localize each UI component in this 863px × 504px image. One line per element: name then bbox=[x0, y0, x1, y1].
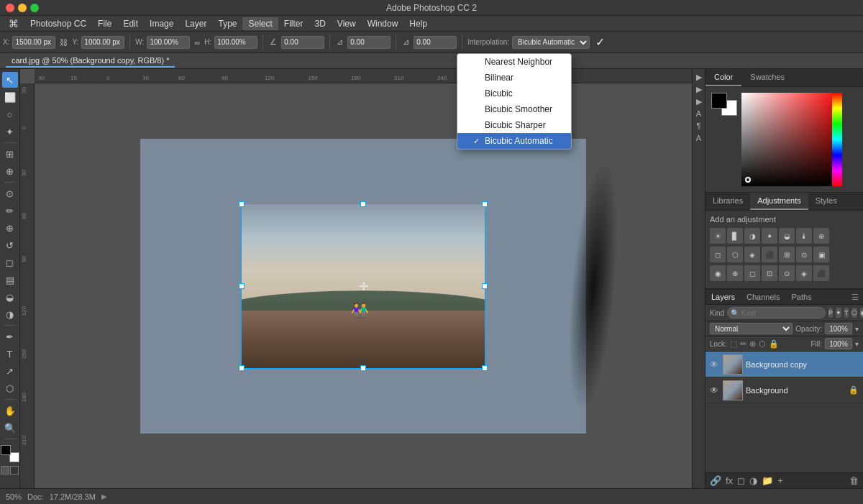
layers-search-input[interactable] bbox=[727, 307, 826, 319]
menu-filter[interactable]: Filter bbox=[278, 17, 309, 30]
menu-layer[interactable]: Layer bbox=[179, 17, 212, 30]
shape-tool[interactable]: ⬡ bbox=[2, 380, 18, 396]
new-layer-btn[interactable]: + bbox=[777, 475, 783, 486]
document-tab[interactable]: card.jpg @ 50% (Background copy, RGB/8) … bbox=[6, 55, 175, 68]
bg-color-swatch[interactable] bbox=[9, 452, 19, 462]
status-arrow[interactable]: ▶ bbox=[101, 492, 107, 500]
spot-heal-tool[interactable]: ⊙ bbox=[2, 185, 18, 201]
tab-libraries[interactable]: Libraries bbox=[706, 193, 750, 210]
fill-dropdown-icon[interactable]: ▾ bbox=[855, 340, 859, 348]
select-tool[interactable]: ⬜ bbox=[2, 89, 18, 105]
hand-tool[interactable]: ✋ bbox=[2, 403, 18, 418]
minimize-button[interactable] bbox=[18, 4, 27, 12]
dropdown-item-bicubic[interactable]: Bicubic bbox=[457, 86, 571, 101]
link-layers-btn[interactable]: 🔗 bbox=[710, 475, 721, 486]
type-tool[interactable]: T bbox=[2, 346, 18, 362]
menu-view[interactable]: View bbox=[332, 17, 362, 30]
adj-invert-icon[interactable]: ⊞ bbox=[779, 247, 795, 262]
tab-adjustments[interactable]: Adjustments bbox=[750, 193, 808, 210]
dropdown-item-nearest[interactable]: Nearest Neighbor bbox=[457, 54, 571, 70]
adj-hsl-icon[interactable]: 🌡 bbox=[796, 228, 812, 244]
adj-layer-filter[interactable]: ✦ bbox=[836, 308, 841, 318]
delete-layer-btn[interactable]: 🗑 bbox=[849, 475, 859, 486]
zoom-button[interactable] bbox=[30, 4, 39, 12]
type-layer-filter[interactable]: T bbox=[844, 308, 849, 318]
crop-tool[interactable]: ⊞ bbox=[2, 146, 18, 162]
tab-layers[interactable]: Layers bbox=[706, 290, 741, 304]
panel-icon-2[interactable]: ▶ bbox=[694, 84, 704, 94]
adj-threshold-icon[interactable]: ▣ bbox=[813, 247, 829, 262]
path-select-tool[interactable]: ↗ bbox=[2, 363, 18, 379]
adj-frame-icon[interactable]: ◈ bbox=[796, 265, 812, 281]
adj-channel-mixer-icon[interactable]: ◈ bbox=[744, 247, 760, 262]
menu-window[interactable]: Window bbox=[362, 17, 404, 30]
x-input[interactable] bbox=[12, 36, 55, 49]
pixel-layer-filter[interactable]: P bbox=[828, 308, 833, 318]
adj-extra-icon[interactable]: ⬛ bbox=[813, 265, 829, 281]
lock-position-icon[interactable]: ⊕ bbox=[749, 339, 756, 349]
add-mask-btn[interactable]: ◻ bbox=[737, 475, 745, 486]
transform-handle-mr[interactable] bbox=[482, 283, 488, 289]
w-input[interactable] bbox=[147, 36, 190, 49]
layer-visibility-bg-copy[interactable]: 👁 bbox=[710, 359, 720, 370]
quick-select-tool[interactable]: ✦ bbox=[2, 124, 18, 139]
adj-color-lookup-icon[interactable]: ⬛ bbox=[762, 247, 777, 262]
layer-background-copy[interactable]: 👁 Background copy bbox=[706, 352, 863, 377]
smart-layer-filter[interactable]: ◉ bbox=[860, 308, 863, 318]
adj-levels-icon[interactable]: ▊ bbox=[727, 228, 743, 244]
apple-menu[interactable]: ⌘ bbox=[3, 18, 24, 29]
lasso-tool[interactable]: ○ bbox=[2, 106, 18, 122]
panel-icon-6[interactable]: A bbox=[694, 133, 704, 143]
lock-pixels-icon[interactable]: ✏ bbox=[740, 339, 746, 349]
opacity-dropdown-icon[interactable]: ▾ bbox=[855, 325, 859, 333]
adj-posterize-icon[interactable]: ⊙ bbox=[796, 247, 812, 262]
history-brush-tool[interactable]: ↺ bbox=[2, 237, 18, 253]
foreground-color-box[interactable] bbox=[711, 93, 727, 109]
hskew-input[interactable] bbox=[347, 36, 391, 49]
clone-tool[interactable]: ⊕ bbox=[2, 220, 18, 236]
blur-tool[interactable]: ◒ bbox=[2, 289, 18, 305]
lock-all-icon[interactable]: 🔒 bbox=[769, 339, 779, 349]
fg-color-swatch[interactable] bbox=[1, 445, 11, 455]
fill-input[interactable] bbox=[825, 338, 852, 349]
menu-3d[interactable]: 3D bbox=[309, 17, 332, 30]
adj-gradient-fill-icon[interactable]: ⊡ bbox=[762, 265, 777, 281]
transform-handle-tc[interactable] bbox=[360, 201, 366, 207]
dropdown-item-bicubic-smoother[interactable]: Bicubic Smoother bbox=[457, 101, 571, 117]
menu-file[interactable]: File bbox=[92, 17, 117, 30]
dropdown-item-bicubic-sharper[interactable]: Bicubic Sharper bbox=[457, 117, 571, 133]
adj-solid-color-icon[interactable]: ◻ bbox=[744, 265, 760, 281]
transform-handle-tr[interactable] bbox=[482, 201, 488, 207]
add-group-btn[interactable]: 📁 bbox=[762, 475, 773, 486]
panel-icon-4[interactable]: A bbox=[694, 109, 704, 119]
eyedropper-tool[interactable]: ⊕ bbox=[2, 163, 18, 179]
brush-tool[interactable]: ✏ bbox=[2, 203, 18, 219]
transform-handle-tl[interactable] bbox=[239, 201, 245, 207]
layer-effects-btn[interactable]: fx bbox=[726, 475, 733, 486]
dropdown-item-bilinear[interactable]: Bilinear bbox=[457, 70, 571, 86]
adj-vibrance-icon[interactable]: ◒ bbox=[779, 228, 795, 244]
adj-blackwhite-icon[interactable]: ◻ bbox=[710, 247, 726, 262]
interpolation-select[interactable]: Bicubic Automatic Nearest Neighbor Bilin… bbox=[512, 36, 590, 49]
tab-styles[interactable]: Styles bbox=[808, 193, 844, 210]
lock-transparent-icon[interactable]: ⬚ bbox=[730, 339, 737, 349]
move-tool[interactable]: ↖ bbox=[2, 72, 18, 88]
gradient-tool[interactable]: ▤ bbox=[2, 272, 18, 288]
vskew-input[interactable] bbox=[414, 36, 457, 49]
standard-mode-btn[interactable] bbox=[1, 466, 9, 475]
y-input[interactable] bbox=[81, 36, 124, 49]
hue-strip[interactable] bbox=[832, 93, 842, 186]
layer-visibility-bg[interactable]: 👁 bbox=[710, 385, 720, 395]
add-adjustment-btn[interactable]: ◑ bbox=[749, 475, 757, 486]
spectrum-cursor[interactable] bbox=[745, 177, 751, 183]
fg-bg-color-widget[interactable] bbox=[711, 93, 737, 116]
adj-exposure-icon[interactable]: ✦ bbox=[762, 228, 777, 244]
adj-gradient-map-icon[interactable]: ◉ bbox=[710, 265, 726, 281]
adj-photo-filter-icon[interactable]: ⬡ bbox=[727, 247, 743, 262]
adj-selective-color-icon[interactable]: ⊕ bbox=[727, 265, 743, 281]
dodge-tool[interactable]: ◑ bbox=[2, 306, 18, 322]
panel-icon-5[interactable]: ¶ bbox=[694, 121, 704, 131]
adj-curves-icon[interactable]: ◑ bbox=[744, 228, 760, 244]
transform-handle-bc[interactable] bbox=[360, 365, 366, 371]
transform-handle-br[interactable] bbox=[482, 365, 488, 371]
